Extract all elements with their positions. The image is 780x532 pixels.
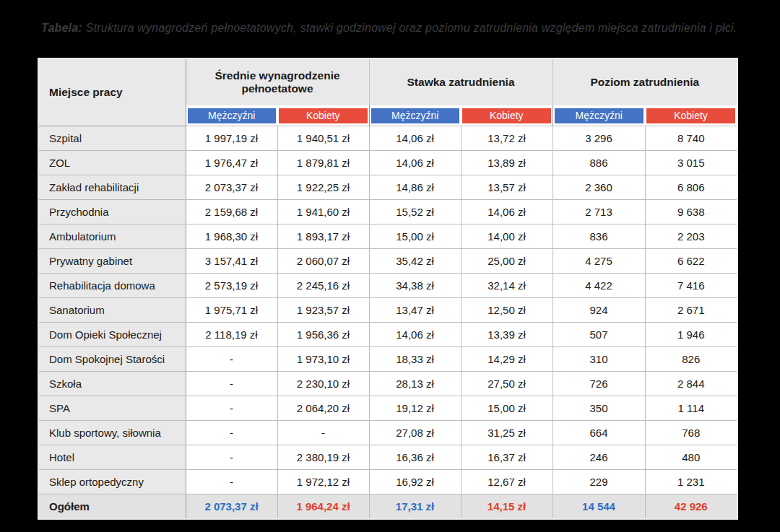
row-label: Sanatorium xyxy=(38,298,186,323)
table-row: Szkoła-2 230,10 zł28,13 zł27,50 zł7262 8… xyxy=(38,372,737,396)
table-row: SPA-2 064,20 zł19,12 zł15,00 zł3501 114 xyxy=(38,396,737,421)
value-cell: 664 xyxy=(552,421,645,445)
value-cell: 25,00 zł xyxy=(461,249,552,274)
value-cell: 768 xyxy=(645,421,737,445)
value-cell: 8 740 xyxy=(645,126,737,151)
value-cell: 1 940,51 zł xyxy=(277,126,369,151)
value-cell: 27,08 zł xyxy=(369,421,461,445)
row-label: Prywatny gabinet xyxy=(38,249,186,274)
value-cell: 16,92 zł xyxy=(369,470,461,494)
group-header-row: Miejsce pracy Średnie wynagrodzenie pełn… xyxy=(38,58,737,105)
male-header-badge: Mężczyźni xyxy=(555,108,644,123)
table-row: Przychodnia2 159,68 zł1 941,60 zł15,52 z… xyxy=(38,200,737,224)
data-table: Miejsce pracy Średnie wynagrodzenie pełn… xyxy=(38,58,738,520)
value-cell: 2 844 xyxy=(645,372,737,396)
value-cell: 6 622 xyxy=(645,249,737,274)
value-cell: 2 118,19 zł xyxy=(186,323,277,347)
value-cell: 15,00 zł xyxy=(461,396,552,421)
value-cell: - xyxy=(186,421,277,445)
row-label: SPA xyxy=(38,396,186,421)
value-cell: 1 997,19 zł xyxy=(186,126,277,151)
row-label: Szkoła xyxy=(38,372,186,396)
subheader-level-male: Mężczyźni xyxy=(552,105,645,126)
value-cell: 2 230,10 zł xyxy=(277,372,369,396)
value-cell: 2 671 xyxy=(645,298,737,323)
value-cell: 507 xyxy=(552,323,645,347)
value-cell: 14,06 zł xyxy=(461,200,552,224)
column-group-level: Poziom zatrudnienia xyxy=(552,58,737,105)
row-label: ZOL xyxy=(38,151,186,175)
value-cell: 14,00 zł xyxy=(461,224,552,249)
row-label: Przychodnia xyxy=(38,200,186,224)
value-cell: 15,00 zł xyxy=(369,224,461,249)
value-cell: 4 422 xyxy=(552,274,645,298)
value-cell: 13,39 zł xyxy=(461,323,552,347)
column-header-miejsce-pracy: Miejsce pracy xyxy=(38,58,186,126)
value-cell: 1 964,24 zł xyxy=(277,494,369,520)
value-cell: - xyxy=(186,396,277,421)
row-label: Rehabilitacja domowa xyxy=(38,274,186,298)
table-row: Hotel-2 380,19 zł16,36 zł16,37 zł246480 xyxy=(38,445,737,470)
table-body: Szpital1 997,19 zł1 940,51 zł14,06 zł13,… xyxy=(38,126,737,520)
value-cell: 1 968,30 zł xyxy=(186,224,277,249)
value-cell: 3 296 xyxy=(552,126,645,151)
row-label: Dom Spokojnej Starości xyxy=(38,347,186,372)
value-cell: 7 416 xyxy=(645,274,737,298)
table-caption: Tabela:Struktura wynagrodzeń pełnoetatow… xyxy=(41,22,756,35)
value-cell: 14,86 zł xyxy=(369,175,461,200)
subheader-rate-female: Kobiety xyxy=(461,105,552,126)
value-cell: 15,52 zł xyxy=(369,200,461,224)
row-label: Ogółem xyxy=(38,494,186,520)
value-cell: 229 xyxy=(552,470,645,494)
value-cell: 1 231 xyxy=(645,470,737,494)
value-cell: 13,47 zł xyxy=(369,298,461,323)
value-cell: 17,31 zł xyxy=(369,494,461,520)
table-row: Szpital1 997,19 zł1 940,51 zł14,06 zł13,… xyxy=(38,126,737,151)
value-cell: 16,37 zł xyxy=(461,445,552,470)
table-row: Klub sportowy, siłownia--27,08 zł31,25 z… xyxy=(38,421,737,445)
value-cell: - xyxy=(186,372,277,396)
male-header-badge: Mężczyźni xyxy=(188,108,277,123)
value-cell: 1 975,71 zł xyxy=(186,298,277,323)
value-cell: 480 xyxy=(645,445,737,470)
value-cell: 246 xyxy=(552,445,645,470)
female-header-badge: Kobiety xyxy=(646,108,735,123)
value-cell: - xyxy=(186,470,277,494)
value-cell: 1 956,36 zł xyxy=(277,323,369,347)
value-cell: 12,50 zł xyxy=(461,298,552,323)
value-cell: 310 xyxy=(552,347,645,372)
value-cell: 2 380,19 zł xyxy=(277,445,369,470)
value-cell: 1 973,10 zł xyxy=(277,347,369,372)
value-cell: 3 157,41 zł xyxy=(186,249,277,274)
value-cell: 836 xyxy=(552,224,645,249)
value-cell: 2 203 xyxy=(645,224,737,249)
value-cell: 924 xyxy=(552,298,645,323)
table-row: Dom Spokojnej Starości-1 973,10 zł18,33 … xyxy=(38,347,737,372)
row-label: Szpital xyxy=(38,126,186,151)
value-cell: 35,42 zł xyxy=(369,249,461,274)
column-group-salary: Średnie wynagrodzenie pełnoetatowe xyxy=(186,58,369,105)
value-cell: 2 159,68 zł xyxy=(186,200,277,224)
value-cell: 1 923,57 zł xyxy=(277,298,369,323)
value-cell: 1 941,60 zł xyxy=(277,200,369,224)
value-cell: 2 064,20 zł xyxy=(277,396,369,421)
value-cell: 2 573,19 zł xyxy=(186,274,277,298)
value-cell: 726 xyxy=(552,372,645,396)
subheader-level-female: Kobiety xyxy=(645,105,737,126)
row-label: Zakład rehabilitacji xyxy=(38,175,186,200)
value-cell: 1 114 xyxy=(645,396,737,421)
value-cell: 9 638 xyxy=(645,200,737,224)
table-row: Rehabilitacja domowa2 573,19 zł2 245,16 … xyxy=(38,274,737,298)
male-header-badge: Mężczyźni xyxy=(371,108,460,123)
table-row: ZOL1 976,47 zł1 879,81 zł14,06 zł13,89 z… xyxy=(38,151,737,175)
value-cell: 13,89 zł xyxy=(461,151,552,175)
table-row: Sanatorium1 975,71 zł1 923,57 zł13,47 zł… xyxy=(38,298,737,323)
value-cell: 14,06 zł xyxy=(369,126,461,151)
female-header-badge: Kobiety xyxy=(462,108,551,123)
value-cell: 1 922,25 zł xyxy=(277,175,369,200)
column-group-rate: Stawka zatrudnienia xyxy=(369,58,552,105)
value-cell: 886 xyxy=(552,151,645,175)
value-cell: 2 073,37 zł xyxy=(186,494,277,520)
table-row: Sklep ortopedyczny-1 972,12 zł16,92 zł12… xyxy=(38,470,737,494)
value-cell: 34,38 zł xyxy=(369,274,461,298)
